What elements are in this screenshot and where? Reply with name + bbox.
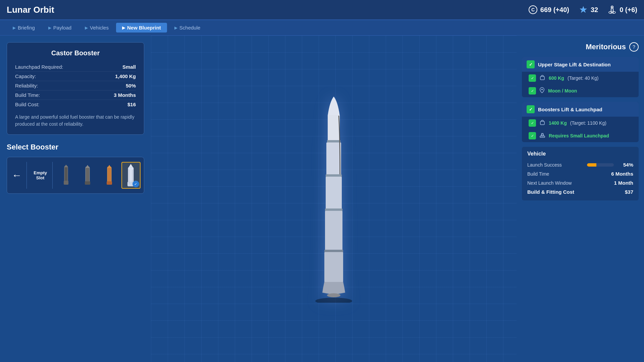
merit-title: Meritorious [586,43,626,51]
total-cost-label: Build & Fitting Cost [527,189,574,195]
next-launch-row: Next Launch Window 1 Month [527,178,633,187]
rocket-svg [307,95,361,303]
upper-stage-header: ✓ Upper Stage Lift & Destination [522,57,639,72]
build-cost-row: Build Cost: $16 [15,100,136,109]
launch-success-bar-container: 54% [587,162,633,168]
bitem1-normal-text: (Target: 1100 Kg) [570,120,606,126]
page-title: Lunar Orbit [7,5,54,15]
launchpad-row: Launchpad Required: Small [15,62,136,72]
schedule-arrow: ▶ [174,25,177,30]
vehicle-description: A large and powerful solid fuel booster … [15,114,136,128]
booster-option-2[interactable] [78,162,97,189]
credits-resource: C 669 (+40) [528,5,569,14]
reputation-value: 32 [591,6,598,14]
credits-icon: C [528,5,538,14]
booster-option-1[interactable] [57,162,75,189]
bitem2-check: ✓ [529,132,536,139]
vehicle-info-card: Castor Booster Launchpad Required: Small… [7,42,144,135]
svg-rect-27 [324,250,343,252]
build-time-value: 3 Months [114,92,136,98]
reputation-resource: 32 [579,5,598,14]
tab-briefing[interactable]: ▶ Briefing [7,23,41,33]
booster-back-button[interactable]: ← [10,162,27,189]
svg-point-30 [315,298,352,303]
boosters-item-2: ✓ Requires Small Launchpad [522,129,639,142]
svg-text:C: C [531,7,535,12]
bitem2-green-text: Requires Small Launchpad [549,133,609,138]
svg-marker-9 [86,165,90,168]
build-cost-label: Build Cost: [15,102,40,107]
build-time-label: Build Time: [15,92,40,98]
rocket-area [151,36,517,362]
capacity-label: Capacity: [15,73,36,79]
next-launch-value: 1 Month [614,180,634,186]
svg-point-32 [541,89,543,90]
resource-bar: C 669 (+40) 32 0 (+6) [528,5,637,14]
item1-green-text: 600 Kg [549,75,564,81]
svg-rect-33 [540,121,544,125]
tab-blueprint-label: New Blueprint [127,25,161,31]
left-panel: Castor Booster Launchpad Required: Small… [0,36,151,362]
launchpad-label: Launchpad Required: [15,64,63,70]
empty-slot-option[interactable]: EmptySlot [31,162,53,189]
booster-selected-check: ✓ [132,181,139,187]
reliability-value: 50% [126,83,136,88]
upper-stage-item-2: ✓ Moon / Moon [522,84,639,97]
research-value: 0 (+6) [620,6,637,14]
svg-rect-26 [325,211,342,251]
boosters-item-1: ✓ 1400 Kg (Target: 1100 Kg) [522,117,639,129]
right-panel: Meritorious ? ✓ Upper Stage Lift & Desti… [517,36,644,362]
svg-rect-24 [326,177,342,210]
launch-success-bar-fill-orange [587,163,596,167]
svg-rect-13 [107,181,112,185]
empty-slot-label: EmptySlot [34,170,47,180]
bitem1-check: ✓ [529,119,536,127]
vehicle-stats-header: Vehicle [527,151,633,157]
boosters-title: Boosters Lift & Launchpad [538,107,602,112]
payload-arrow: ▶ [48,25,51,30]
item2-check: ✓ [529,87,536,95]
vehicle-name: Castor Booster [15,49,136,57]
tab-vehicles[interactable]: ▶ Vehicles [79,23,115,33]
booster-option-3[interactable] [100,162,118,189]
tab-payload[interactable]: ▶ Payload [42,23,77,33]
svg-marker-14 [128,164,133,168]
boosters-header: ✓ Boosters Lift & Launchpad [522,102,639,117]
build-time-stat-label: Build Time [527,171,549,177]
upper-stage-item-1: ✓ 600 Kg (Target: 40 Kg) [522,72,639,84]
tab-briefing-label: Briefing [18,25,35,31]
bitem1-green-text: 1400 Kg [549,120,567,126]
svg-point-2 [611,6,613,8]
booster-lift-icon [539,119,545,127]
item2-green-text: Moon / Moon [548,88,577,94]
svg-rect-21 [327,140,340,143]
tab-new-blueprint[interactable]: ▶ New Blueprint [116,23,167,33]
blueprint-arrow: ▶ [122,25,125,30]
total-cost-value: $37 [616,189,633,195]
build-time-stat-row: Build Time 6 Months [527,169,633,178]
launchpad-icon [539,132,545,139]
launch-success-bar-fill-dark [596,163,614,167]
svg-marker-12 [107,165,111,168]
svg-rect-31 [540,76,544,80]
boosters-check: ✓ [527,105,535,113]
destination-icon [539,87,545,95]
build-cost-value: $16 [127,102,136,107]
vehicle-stats-panel: Vehicle Launch Success 54% Build Time 6 … [522,147,639,200]
research-icon [607,5,617,14]
capacity-value: 1,400 Kg [115,73,136,79]
select-booster-label: Select Booster [7,143,144,152]
nav-bar: ▶ Briefing ▶ Payload ▶ Vehicles ▶ New Bl… [0,20,644,36]
reliability-row: Reliability: 50% [15,81,136,90]
svg-rect-15 [128,167,133,184]
tab-schedule[interactable]: ▶ Schedule [168,23,207,33]
merit-info-icon[interactable]: ? [629,42,639,52]
svg-rect-28 [324,252,343,282]
booster-option-4-selected[interactable]: ✓ [121,162,141,189]
tab-payload-label: Payload [53,25,71,31]
svg-rect-25 [325,208,342,211]
rocket-visualization [307,95,361,303]
reputation-icon [579,5,588,14]
svg-point-29 [327,293,340,297]
item1-normal-text: (Target: 40 Kg) [568,75,599,81]
